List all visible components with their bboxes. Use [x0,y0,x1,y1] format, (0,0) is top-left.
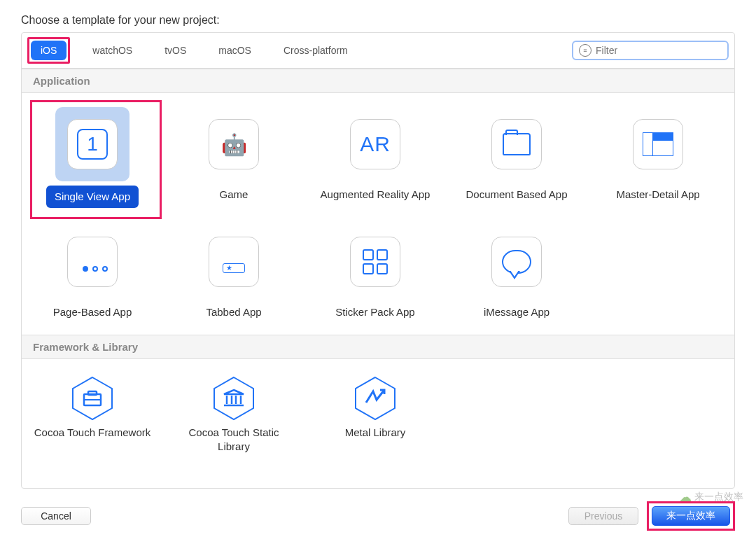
template-label: Page-Based App [46,303,139,321]
ar-icon: AR [338,107,412,181]
template-sticker-pack-app[interactable]: Sticker Pack App [304,216,446,330]
tabbed-icon: ★ [197,225,271,299]
tab-tvos[interactable]: tvOS [155,41,196,60]
template-single-view-app[interactable]: 1 Single View App [22,99,163,216]
doc-icon [479,107,554,181]
single-view-app-icon: 1 [55,107,130,181]
filter-icon: ≡ [579,44,592,57]
template-page-based-app[interactable]: Page-Based App [22,216,163,330]
platform-tab-row: iOS watchOS tvOS macOS Cross-platform ≡ [22,33,734,69]
template-cocoa-static-library[interactable]: Cocoa Touch Static Library [163,365,304,463]
tab-macos[interactable]: macOS [209,41,261,60]
framework-grid: Cocoa Touch Framework Cocoa Touch Static… [22,359,734,469]
page-icon [55,225,130,299]
button-row: Cancel Previous 来一点效率 [21,501,735,531]
master-detail-icon [621,107,695,181]
template-game[interactable]: 🤖 Game [163,99,304,216]
template-label: Master-Detail App [609,186,706,204]
tab-crossplatform[interactable]: Cross-platform [274,41,358,60]
tab-ios[interactable]: iOS [31,41,66,60]
template-panel: iOS watchOS tvOS macOS Cross-platform ≡ … [21,32,735,489]
template-tabbed-app[interactable]: ★ Tabbed App [163,216,304,330]
template-doc-app[interactable]: Document Based App [446,99,587,216]
template-master-detail-app[interactable]: Master-Detail App [587,99,729,216]
imessage-icon [479,225,554,299]
section-application: Application [22,69,734,93]
next-button[interactable]: 来一点效率 [652,506,730,526]
template-label: Metal Library [338,424,413,442]
template-cocoa-framework[interactable]: Cocoa Touch Framework [22,365,163,463]
template-imessage-app[interactable]: iMessage App [446,216,587,330]
cancel-button[interactable]: Cancel [21,507,91,525]
template-metal-library[interactable]: Metal Library [304,365,446,463]
filter-field[interactable]: ≡ [572,41,729,60]
game-icon: 🤖 [197,107,271,181]
columns-icon [209,373,259,424]
template-label: iMessage App [477,303,556,321]
template-label: Sticker Pack App [328,303,421,321]
template-label: Cocoa Touch Framework [27,424,158,442]
sticker-icon [338,225,412,299]
highlight-ios: iOS [27,37,70,64]
highlight-next: 来一点效率 [647,501,735,531]
template-label: Game [213,186,255,204]
template-label: Augmented Reality App [314,186,438,204]
dialog-title: Choose a template for your new project: [21,14,735,27]
tab-watchos[interactable]: watchOS [83,41,142,60]
template-label: Single View App [46,186,139,208]
section-framework: Framework & Library [22,335,734,359]
template-label: Tabbed App [199,303,268,321]
template-label: Document Based App [458,186,574,204]
template-ar-app[interactable]: AR Augmented Reality App [304,99,446,216]
svg-marker-5 [224,390,244,394]
svg-marker-0 [73,377,112,419]
previous-button: Previous [568,507,638,525]
application-grid: 1 Single View App 🤖 Game AR Augmented Re… [22,93,734,335]
filter-input[interactable] [596,45,722,56]
briefcase-icon [67,373,118,424]
lightning-icon [350,373,400,424]
svg-marker-4 [214,377,253,419]
template-label: Cocoa Touch Static Library [166,424,302,455]
svg-rect-2 [88,391,97,395]
